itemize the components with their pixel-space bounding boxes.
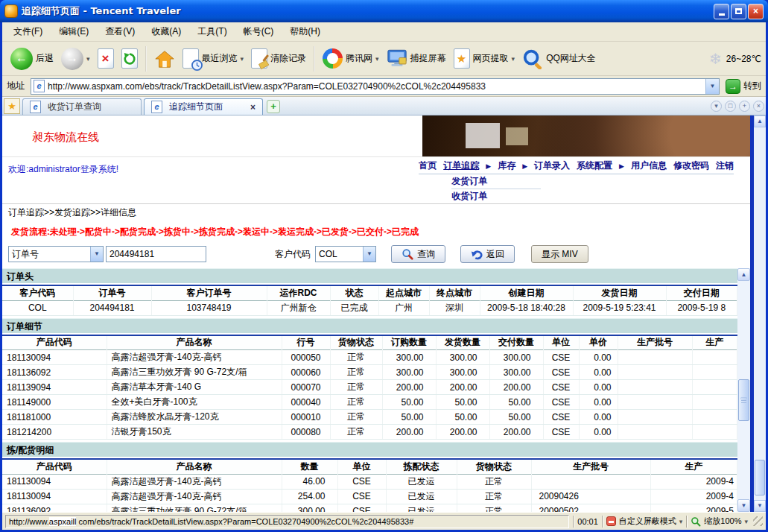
address-url[interactable]: http://www.aspxam.com/ebs/track/TrackDet… <box>48 81 705 92</box>
select-arrow-icon[interactable]: ▼ <box>90 247 103 262</box>
new-tab-button[interactable]: + <box>267 100 280 113</box>
nav-order-track[interactable]: 订单追踪 <box>443 159 479 172</box>
nav-system-config[interactable]: 系统配置 <box>577 159 612 172</box>
menu-help[interactable]: 帮助(H) <box>282 23 329 40</box>
nav-logout[interactable]: 注销 <box>716 159 734 172</box>
tab-track-detail[interactable]: e 追踪细节页面 × <box>144 98 263 115</box>
restore-layout-button[interactable]: □ <box>725 101 736 112</box>
table-cell: 200.00 <box>382 380 436 395</box>
menu-account[interactable]: 帐号(C) <box>235 23 282 40</box>
nav-ship-order[interactable]: 发货订单 <box>451 174 541 189</box>
close-button[interactable]: × <box>748 4 764 19</box>
address-dropdown-button[interactable]: ▼ <box>705 79 719 94</box>
tab-page-icon: e <box>151 101 162 113</box>
table-cell <box>692 365 737 380</box>
return-button[interactable]: 返回 <box>460 245 515 263</box>
menu-favorites[interactable]: 收藏(A) <box>143 23 189 40</box>
back-button[interactable]: ← 后退 <box>7 45 57 72</box>
show-miv-button[interactable]: 显示 MIV <box>531 245 588 263</box>
recent-history-button[interactable]: 最近浏览 ▾ <box>179 46 248 71</box>
menu-file[interactable]: 文件(F) <box>5 23 51 40</box>
menu-tools[interactable]: 工具(T) <box>189 23 235 40</box>
tab-close-icon[interactable]: × <box>250 102 256 113</box>
minimize-button[interactable] <box>714 4 729 19</box>
forward-caret-icon[interactable]: ▾ <box>86 55 90 63</box>
tencent-caret-icon[interactable]: ▾ <box>375 55 379 63</box>
table-cell: CSE <box>543 425 579 440</box>
table-cell: 300.00 <box>489 365 543 380</box>
nav-receive-order[interactable]: 收货订单 <box>451 189 541 203</box>
nav-home[interactable]: 首页 <box>419 159 437 172</box>
clear-history-button[interactable]: 清除记录 <box>247 46 310 71</box>
web-extract-button[interactable]: ★ 网页提取 ▾ <box>450 46 519 71</box>
toolbar-separator <box>314 46 315 72</box>
weather-widget[interactable]: ❄ 26~28℃ <box>709 50 761 68</box>
table-cell: 0.00 <box>579 350 618 365</box>
order-header-table: 客户代码订单号客户订单号运作RDC状态起点城市终点城市创建日期发货日期交付日期 … <box>2 285 737 316</box>
table-cell: 000070 <box>282 380 330 395</box>
web-extract-icon: ★ <box>454 48 470 69</box>
zoom-caret-icon[interactable]: ▾ <box>744 518 748 525</box>
table-cell: 正常 <box>330 380 382 395</box>
tencent-site-button[interactable]: 腾讯网 ▾ <box>319 46 383 71</box>
resize-grip[interactable] <box>753 516 763 526</box>
table-cell: 20090426 <box>531 489 650 504</box>
scroll-up-button[interactable]: ▲ <box>754 115 766 127</box>
table-cell <box>618 365 692 380</box>
scroll-track[interactable] <box>737 281 750 499</box>
menu-edit[interactable]: 编辑(E) <box>51 23 97 40</box>
table-cell: CSE <box>337 489 386 504</box>
extract-caret-icon[interactable]: ▾ <box>512 55 515 63</box>
column-header: 拣配状态 <box>386 459 457 474</box>
tab-receive-order-query[interactable]: e 收货订单查询 <box>22 98 142 115</box>
block-mode-control[interactable]: 自定义屏蔽模式 ▾ <box>606 516 683 527</box>
address-input[interactable]: e http://www.aspxam.com/ebs/track/TrackD… <box>31 78 720 95</box>
refresh-icon <box>121 48 138 69</box>
scroll-down-button[interactable]: ▼ <box>737 499 750 512</box>
go-button[interactable]: → 转到 <box>726 79 761 94</box>
inner-scrollbar[interactable]: ▲ ▼ <box>737 268 750 512</box>
table-cell: 000040 <box>282 395 330 410</box>
status-separator <box>602 516 603 528</box>
scroll-thumb[interactable] <box>755 460 765 495</box>
order-number-input[interactable] <box>106 246 206 262</box>
column-header: 状态 <box>330 285 378 300</box>
order-type-select[interactable]: 订单号 ▼ <box>8 246 104 262</box>
nav-order-entry[interactable]: 订单录入 <box>534 159 570 172</box>
table-cell: 已发运 <box>386 474 457 489</box>
clear-history-label: 清除记录 <box>270 52 306 65</box>
scroll-up-button[interactable]: ▲ <box>737 268 750 281</box>
scroll-thumb[interactable] <box>738 379 749 421</box>
table-cell: 181136092 <box>2 504 107 512</box>
window-scrollbar[interactable]: ▲ ▼ <box>754 115 766 512</box>
nav-inventory[interactable]: 库存 <box>498 159 515 172</box>
favorites-button[interactable]: ★ <box>4 98 20 114</box>
customer-code-select[interactable]: COL ▼ <box>315 246 376 262</box>
table-cell: 46.00 <box>282 474 337 489</box>
status-separator <box>686 516 687 528</box>
nav-change-password[interactable]: 修改密码 <box>673 159 709 172</box>
pin-tabs-button[interactable]: + <box>739 101 750 112</box>
maximize-button[interactable] <box>731 4 746 19</box>
table-cell: 000010 <box>282 410 330 425</box>
table-cell: 高露洁三重功效牙膏 90 G-72支/箱 <box>107 504 282 512</box>
select-arrow-icon[interactable]: ▼ <box>363 247 375 262</box>
stop-button[interactable]: × <box>94 46 118 71</box>
table-cell: 181136092 <box>2 365 107 380</box>
table-cell: 50.00 <box>382 410 436 425</box>
query-button[interactable]: 查询 <box>391 245 445 263</box>
recent-caret-icon[interactable]: ▾ <box>241 55 244 63</box>
zoom-control[interactable]: 缩放100% ▾ <box>691 516 748 527</box>
close-tabs-button[interactable]: × <box>753 101 764 112</box>
qq-sites-button[interactable]: QQ网址大全 <box>518 46 600 72</box>
refresh-button[interactable] <box>118 46 142 71</box>
nav-user-info[interactable]: 用户信息 <box>631 159 667 172</box>
tab-list-button[interactable]: ▾ <box>711 101 722 112</box>
scroll-down-button[interactable]: ▼ <box>754 500 766 512</box>
block-mode-caret-icon[interactable]: ▾ <box>679 518 683 525</box>
forward-button[interactable]: → ▾ <box>57 45 94 72</box>
forward-icon: → <box>61 48 83 70</box>
home-button[interactable] <box>150 46 179 72</box>
capture-screen-button[interactable]: 捕捉屏幕 <box>383 46 450 71</box>
menu-view[interactable]: 查看(V) <box>97 23 143 40</box>
